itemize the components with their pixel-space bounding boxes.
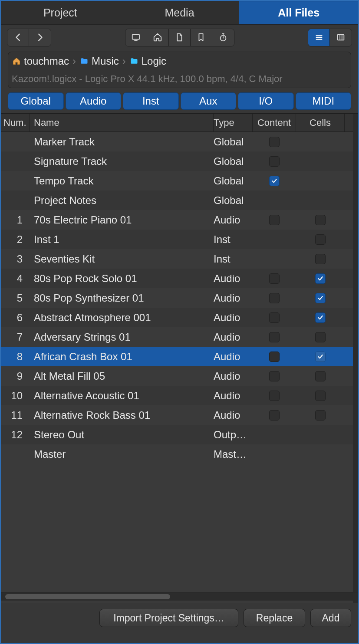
- home-icon: [153, 33, 162, 42]
- filter-midi[interactable]: MIDI: [296, 92, 352, 110]
- table-row[interactable]: 480s Pop Rock Solo 01Audio: [1, 269, 358, 288]
- home-button[interactable]: [147, 29, 169, 46]
- checkbox[interactable]: [269, 371, 280, 381]
- column-view-button[interactable]: [330, 29, 352, 46]
- header-name[interactable]: Name: [30, 114, 214, 131]
- table-row[interactable]: 10Alternative Acoustic 01Audio: [1, 386, 358, 405]
- table-row[interactable]: Marker TrackGlobal: [1, 132, 358, 151]
- table-row[interactable]: 11Alternative Rock Bass 01Audio: [1, 405, 358, 425]
- cell-content: [253, 391, 296, 401]
- table-row[interactable]: MasterMast…: [1, 444, 358, 464]
- cell-name: Stereo Out: [30, 429, 214, 441]
- checkbox[interactable]: [269, 391, 280, 401]
- cell-num: 1: [1, 214, 30, 226]
- main-tab-project[interactable]: Project: [1, 1, 120, 24]
- checkbox[interactable]: [269, 215, 280, 225]
- svg-rect-3: [338, 35, 344, 40]
- checkbox[interactable]: [315, 410, 326, 421]
- checkbox[interactable]: [315, 391, 326, 401]
- checkbox[interactable]: [315, 234, 326, 245]
- back-button[interactable]: [7, 29, 29, 46]
- cell-type: Audio: [214, 292, 253, 304]
- filter-global[interactable]: Global: [8, 92, 64, 110]
- header-num[interactable]: Num.: [1, 114, 30, 131]
- scroll-gutter: [353, 114, 358, 603]
- table-row[interactable]: 7Adversary Strings 01Audio: [1, 327, 358, 347]
- filter-io[interactable]: I/O: [238, 92, 294, 110]
- cell-content: [253, 176, 296, 186]
- cell-cells: [296, 332, 345, 342]
- scrollbar-thumb[interactable]: [5, 594, 170, 599]
- breadcrumb-item-music[interactable]: Music: [79, 55, 119, 67]
- checkbox[interactable]: [269, 137, 280, 147]
- computer-button[interactable]: [125, 29, 147, 46]
- checkbox[interactable]: [269, 176, 280, 186]
- checkbox[interactable]: [315, 273, 326, 284]
- table-row[interactable]: 580s Pop Synthesizer 01Audio: [1, 288, 358, 308]
- cell-cells: [296, 352, 345, 362]
- cell-cells: [296, 371, 345, 381]
- checkbox[interactable]: [269, 352, 280, 362]
- cell-type: Global: [214, 155, 253, 168]
- checkbox[interactable]: [269, 410, 280, 421]
- recent-button[interactable]: [212, 29, 234, 46]
- list-icon: [314, 33, 324, 42]
- checkbox[interactable]: [315, 215, 326, 225]
- cell-num: 11: [1, 409, 30, 421]
- checkbox[interactable]: [315, 254, 326, 264]
- checkbox[interactable]: [269, 273, 280, 284]
- table-row[interactable]: 170s Electric Piano 01Audio: [1, 210, 358, 230]
- table-row[interactable]: 6Abstract Atmosphere 001Audio: [1, 308, 358, 327]
- checkbox[interactable]: [269, 293, 280, 303]
- table-row[interactable]: 2Inst 1Inst: [1, 230, 358, 249]
- table-row[interactable]: Signature TrackGlobal: [1, 151, 358, 171]
- replace-button[interactable]: Replace: [244, 609, 305, 627]
- columns-icon: [336, 33, 346, 42]
- checkbox[interactable]: [269, 332, 280, 342]
- cell-num: 8: [1, 351, 30, 363]
- table-row[interactable]: Project NotesGlobal: [1, 191, 358, 210]
- table-row[interactable]: 9Alt Metal Fill 05Audio: [1, 366, 358, 386]
- table-row[interactable]: 12Stereo OutOutp…: [1, 425, 358, 444]
- cell-type: Audio: [214, 331, 253, 343]
- list-view-button[interactable]: [308, 29, 330, 46]
- checkbox[interactable]: [315, 332, 326, 342]
- table-row[interactable]: 3Seventies KitInst: [1, 249, 358, 269]
- cell-cells: [296, 312, 345, 323]
- main-tab-all-files[interactable]: All Files: [239, 1, 358, 24]
- cell-name: Alt Metal Fill 05: [30, 370, 214, 382]
- checkbox[interactable]: [269, 312, 280, 323]
- breadcrumb-item-logic[interactable]: Logic: [129, 55, 166, 67]
- checkbox[interactable]: [315, 312, 326, 323]
- cell-name: Inst 1: [30, 233, 214, 246]
- cell-content: [253, 215, 296, 225]
- header-content[interactable]: Content: [253, 114, 296, 131]
- filter-audio[interactable]: Audio: [66, 92, 122, 110]
- table-row[interactable]: 8African Crash Box 01Audio: [1, 347, 358, 366]
- breadcrumb-label: Logic: [142, 55, 166, 67]
- filter-inst[interactable]: Inst: [123, 92, 179, 110]
- main-tab-media[interactable]: Media: [120, 1, 240, 24]
- bookmark-icon: [196, 33, 206, 42]
- project-home-button[interactable]: [169, 29, 191, 46]
- add-button[interactable]: Add: [310, 609, 351, 627]
- checkbox[interactable]: [269, 156, 280, 167]
- breadcrumb-item-touchmac[interactable]: touchmac: [12, 55, 69, 67]
- checkbox[interactable]: [315, 352, 326, 362]
- cell-cells: [296, 215, 345, 225]
- cell-num: 10: [1, 390, 30, 402]
- header-cells[interactable]: Cells: [296, 114, 345, 131]
- path-bar: touchmac›Music›Logic Kazoom!.logicx - Lo…: [8, 52, 351, 88]
- toolbar: [1, 25, 358, 50]
- table-body: Marker TrackGlobalSignature TrackGlobalT…: [1, 132, 358, 592]
- filter-aux[interactable]: Aux: [181, 92, 237, 110]
- checkbox[interactable]: [315, 293, 326, 303]
- breadcrumb-label: Music: [92, 55, 119, 67]
- import-project-settings-button[interactable]: Import Project Settings…: [99, 609, 238, 627]
- header-type[interactable]: Type: [214, 114, 253, 131]
- forward-button[interactable]: [29, 29, 51, 46]
- horizontal-scrollbar[interactable]: [1, 592, 358, 601]
- table-row[interactable]: Tempo TrackGlobal: [1, 171, 358, 191]
- bookmarks-button[interactable]: [191, 29, 212, 46]
- checkbox[interactable]: [315, 371, 326, 381]
